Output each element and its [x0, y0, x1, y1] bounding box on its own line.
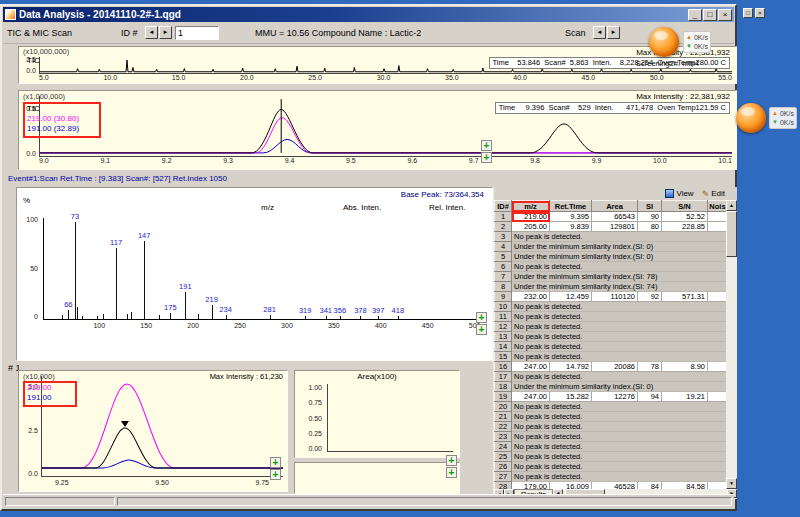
restore-button[interactable]: □: [703, 9, 717, 21]
scroll-up-icon[interactable]: ▲: [726, 200, 737, 211]
compound-chromatogram-panel[interactable]: (x10,000) 219.00191.00 Max Intensity : 6…: [18, 370, 288, 492]
results-cell-sn: 84.58: [662, 482, 708, 490]
results-column-header[interactable]: ID#: [495, 201, 512, 212]
tic-overview-panel[interactable]: (x10,000,000) TIC Max Intensity : 22,381…: [18, 46, 737, 84]
results-row-message: No peak is detected.: [512, 302, 728, 312]
results-row[interactable]: 6No peak is detected.: [495, 262, 728, 272]
close-button[interactable]: ×: [755, 8, 765, 18]
zoom-reset-icon[interactable]: +: [270, 457, 281, 468]
area-title: Area(x100): [295, 372, 459, 381]
view-grid-icon: [665, 189, 674, 198]
results-row[interactable]: 13No peak is detected.: [495, 332, 728, 342]
results-row[interactable]: 11No peak is detected.: [495, 312, 728, 322]
scroll-down-icon[interactable]: ▼: [726, 478, 737, 489]
spectrum-peak-label: 397: [372, 306, 385, 315]
results-column-header[interactable]: Area: [592, 201, 638, 212]
area-panel-secondary[interactable]: [294, 462, 460, 494]
spectrum-peak: [212, 305, 213, 319]
results-column-header[interactable]: Nois: [708, 201, 728, 212]
results-row-id: 2: [495, 222, 512, 232]
up-arrow-icon: ▲: [686, 33, 692, 42]
results-table-container[interactable]: ID#m/zRet.TimeAreaSIS/NNois1219.009.3956…: [494, 200, 727, 489]
edit-button[interactable]: ✎ Edit: [702, 189, 725, 199]
minimize-button[interactable]: _: [688, 9, 702, 21]
results-row[interactable]: 8Under the minimum similarity index.(SI:…: [495, 282, 728, 292]
restore-button[interactable]: □: [743, 8, 753, 18]
results-row[interactable]: 17No peak is detected.: [495, 372, 728, 382]
results-row[interactable]: 26No peak is detected.: [495, 462, 728, 472]
results-row-message: No peak is detected.: [512, 342, 728, 352]
spectrum-peak-label: 147: [138, 231, 151, 240]
close-button[interactable]: ×: [718, 9, 732, 21]
results-row-id: 21: [495, 412, 512, 422]
axis-tick: 9.75: [255, 479, 269, 489]
results-row[interactable]: 20No peak is detected.: [495, 402, 728, 412]
results-row[interactable]: 9232.0012.45911012092571.31: [495, 292, 728, 302]
results-row[interactable]: 19247.0015.282122769419.21: [495, 392, 728, 402]
axis-tick: 200: [187, 322, 199, 329]
spectrum-peak-label: 117: [110, 238, 122, 247]
results-row[interactable]: 1219.009.395665439052.52: [495, 212, 728, 222]
upload-speed: ▲ 0K/s: [686, 33, 708, 42]
results-row[interactable]: 16247.0014.79220086788.90: [495, 362, 728, 372]
results-row[interactable]: 14No peak is detected.: [495, 342, 728, 352]
results-row[interactable]: 3No peak is detected.: [495, 232, 728, 242]
results-row[interactable]: 21No peak is detected.: [495, 412, 728, 422]
results-row[interactable]: 22No peak is detected.: [495, 422, 728, 432]
id-input[interactable]: [175, 26, 219, 40]
results-row[interactable]: 2205.009.83912980180228.85: [495, 222, 728, 232]
view-button[interactable]: View: [665, 189, 693, 198]
tic-zoom-panel[interactable]: (x1,000,000) TIC219.00 (30.80)191.00 (32…: [18, 90, 737, 170]
speed-ball-icon[interactable]: [649, 27, 679, 57]
speed-ball-icon[interactable]: [736, 103, 766, 133]
results-row[interactable]: 12No peak is detected.: [495, 322, 728, 332]
scan-prev-button[interactable]: ◄: [593, 26, 606, 39]
zoom-reset-icon[interactable]: +: [446, 467, 457, 478]
scan-next-button[interactable]: ►: [607, 26, 620, 39]
results-row[interactable]: 27No peak is detected.: [495, 472, 728, 482]
compound-plot[interactable]: [41, 376, 283, 477]
results-row-id: 15: [495, 352, 512, 362]
results-row[interactable]: 10No peak is detected.: [495, 302, 728, 312]
axis-tick: 25.0: [308, 74, 322, 83]
zoom-reset-icon[interactable]: +: [476, 312, 487, 323]
results-row[interactable]: 5Under the minimum similarity index.(SI:…: [495, 252, 728, 262]
x-axis-ticks: 5.010.015.020.025.030.035.040.045.050.05…: [39, 74, 732, 83]
results-column-header[interactable]: m/z: [512, 201, 550, 212]
results-row[interactable]: 24No peak is detected.: [495, 442, 728, 452]
zoom-reset-icon[interactable]: +: [476, 324, 487, 335]
results-column-header[interactable]: Ret.Time: [550, 201, 592, 212]
results-row[interactable]: 28179.0016.009465288484.58: [495, 482, 728, 490]
scrollbar-thumb[interactable]: [726, 211, 737, 257]
results-row[interactable]: 25No peak is detected.: [495, 452, 728, 462]
mass-spectrum-panel[interactable]: % Base Peak: 73/364,354 m/z Abs. Inten. …: [16, 187, 493, 361]
results-column-header[interactable]: S/N: [662, 201, 708, 212]
zoom-reset-icon[interactable]: +: [270, 469, 281, 480]
results-row[interactable]: 23No peak is detected.: [495, 432, 728, 442]
mass-spectrum-plot[interactable]: 6673117147175191219234281319341356378397…: [43, 218, 484, 320]
spectrum-peak: [97, 316, 98, 319]
zoom-reset-icon[interactable]: +: [481, 152, 492, 163]
zoom-reset-icon[interactable]: +: [446, 455, 457, 466]
id-prev-button[interactable]: ◄: [145, 26, 158, 39]
results-cell-sn: 228.85: [662, 222, 708, 232]
status-pane: [5, 497, 115, 506]
results-row[interactable]: 4Under the minimum similarity index.(SI:…: [495, 242, 728, 252]
upload-speed: ▲ 0K/s: [772, 109, 794, 118]
zoom-reset-icon[interactable]: +: [481, 140, 492, 151]
area-plot[interactable]: [327, 384, 453, 452]
axis-tick: 9.5: [346, 157, 356, 167]
area-panel[interactable]: Area(x100) 1.000.750.500.250.00: [294, 370, 460, 458]
results-column-header[interactable]: SI: [638, 201, 662, 212]
results-row[interactable]: 7Under the minimum similarity index.(SI:…: [495, 272, 728, 282]
results-cell-rt: 9.395: [550, 212, 592, 222]
results-vertical-scrollbar[interactable]: ▲ ▼: [726, 200, 737, 489]
upload-speed-value: 0K/s: [780, 109, 794, 118]
titlebar[interactable]: Data Analysis - 20141110-2#-1.qgd _ □ ×: [3, 7, 734, 22]
results-row[interactable]: 15No peak is detected.: [495, 352, 728, 362]
results-row-message: No peak is detected.: [512, 422, 728, 432]
download-speed: ▼ 0K/s: [686, 42, 708, 51]
results-row[interactable]: 18Under the minimum similarity index.(SI…: [495, 382, 728, 392]
spectrum-peak: [159, 315, 160, 319]
id-next-button[interactable]: ►: [159, 26, 172, 39]
